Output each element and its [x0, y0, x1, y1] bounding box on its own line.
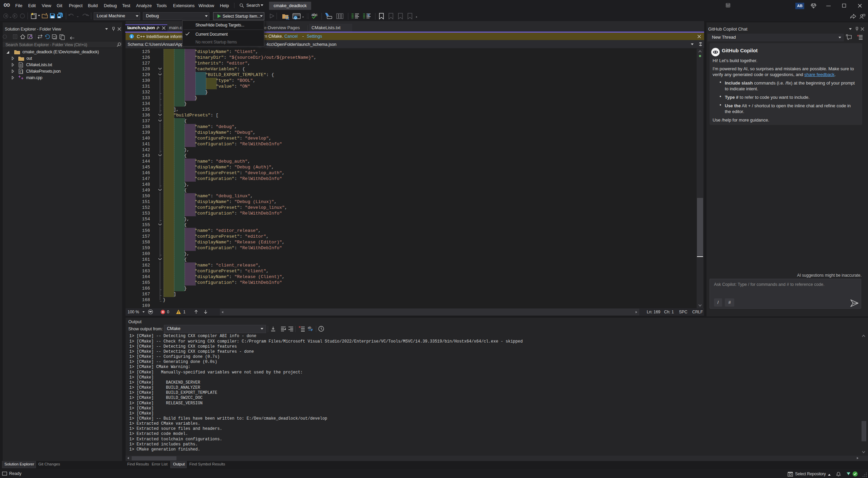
svg-text:ab: ab — [308, 326, 311, 329]
svg-text:i: i — [131, 35, 132, 38]
svg-text:abc: abc — [312, 13, 318, 17]
